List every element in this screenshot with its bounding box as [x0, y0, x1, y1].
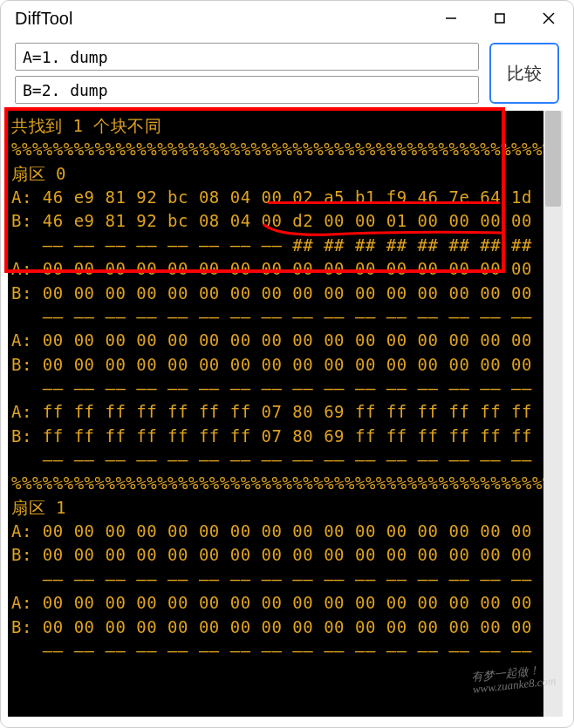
separator-line: %%%%%%%%%%%%%%%%%%%%%%%%%%%%%%%%%%%%%%%%…: [11, 473, 543, 493]
svg-rect-1: [495, 14, 504, 23]
hex-row: A: 00 00 00 00 00 00 00 00 00 00 00 00 0…: [11, 521, 532, 541]
hex-row: B: 00 00 00 00 00 00 00 00 00 00 00 00 0…: [11, 617, 532, 636]
minimize-button[interactable]: [427, 1, 475, 36]
close-button[interactable]: [524, 1, 573, 36]
inputs-row: 比较: [1, 36, 573, 111]
hex-row: A: 46 e9 81 92 bc 08 04 00 02 a5 b1 f9 4…: [11, 187, 532, 207]
hex-row: B: 00 00 00 00 00 00 00 00 00 00 00 00 0…: [11, 355, 532, 374]
hex-row: A: 00 00 00 00 00 00 00 00 00 00 00 00 0…: [11, 330, 532, 350]
hex-row: A: 00 00 00 00 00 00 00 00 00 00 00 00 0…: [11, 593, 532, 612]
minimize-icon: [445, 12, 457, 24]
diff-marker-row: —— —— —— —— —— —— —— —— —— —— —— —— —— —…: [11, 641, 532, 660]
maximize-icon: [494, 12, 506, 24]
titlebar[interactable]: DiffTool: [1, 1, 573, 36]
hex-row: B: ff ff ff ff ff ff ff 07 80 69 ff ff f…: [11, 426, 532, 446]
diff-marker-row: —— —— —— —— —— —— —— —— —— —— —— —— —— —…: [11, 569, 532, 589]
hex-row: A: 00 00 00 00 00 00 00 00 00 00 00 00 0…: [11, 259, 532, 278]
hex-row: B: 46 e9 81 92 bc 08 04 00 d2 00 00 01 0…: [11, 211, 532, 230]
hex-row: B: 00 00 00 00 00 00 00 00 00 00 00 00 0…: [11, 545, 532, 564]
difftool-window: DiffTool 比较 共找到 1 个块不同 %%%%%%%%%%%%%%%%%…: [0, 0, 574, 728]
output-area: 共找到 1 个块不同 %%%%%%%%%%%%%%%%%%%%%%%%%%%%%…: [8, 111, 563, 717]
separator-line: %%%%%%%%%%%%%%%%%%%%%%%%%%%%%%%%%%%%%%%%…: [11, 139, 543, 159]
close-icon: [543, 12, 555, 24]
window-title: DiffTool: [15, 9, 72, 29]
hex-row: A: ff ff ff ff ff ff ff 07 80 69 ff ff f…: [11, 402, 532, 421]
diff-summary: 共找到 1 个块不同: [11, 116, 161, 135]
diff-marker-row: —— —— —— —— —— —— —— —— ## ## ## ## ## #…: [11, 235, 532, 255]
sector-0-header: 扇区 0: [11, 164, 66, 183]
compare-button[interactable]: 比较: [489, 43, 559, 104]
diff-marker-row: —— —— —— —— —— —— —— —— —— —— —— —— —— —…: [11, 450, 532, 469]
sector-1-header: 扇区 1: [11, 498, 66, 517]
maximize-button[interactable]: [475, 1, 524, 36]
diff-marker-row: —— —— —— —— —— —— —— —— —— —— —— —— —— —…: [11, 378, 532, 398]
scrollbar-thumb[interactable]: [545, 111, 561, 207]
file-b-input[interactable]: [15, 76, 479, 104]
hex-row: B: 00 00 00 00 00 00 00 00 00 00 00 00 0…: [11, 283, 532, 303]
file-a-input[interactable]: [15, 43, 479, 71]
vertical-scrollbar[interactable]: [543, 111, 563, 717]
diff-output: 共找到 1 个块不同 %%%%%%%%%%%%%%%%%%%%%%%%%%%%%…: [8, 111, 543, 717]
diff-marker-row: —— —— —— —— —— —— —— —— —— —— —— —— —— —…: [11, 307, 532, 326]
